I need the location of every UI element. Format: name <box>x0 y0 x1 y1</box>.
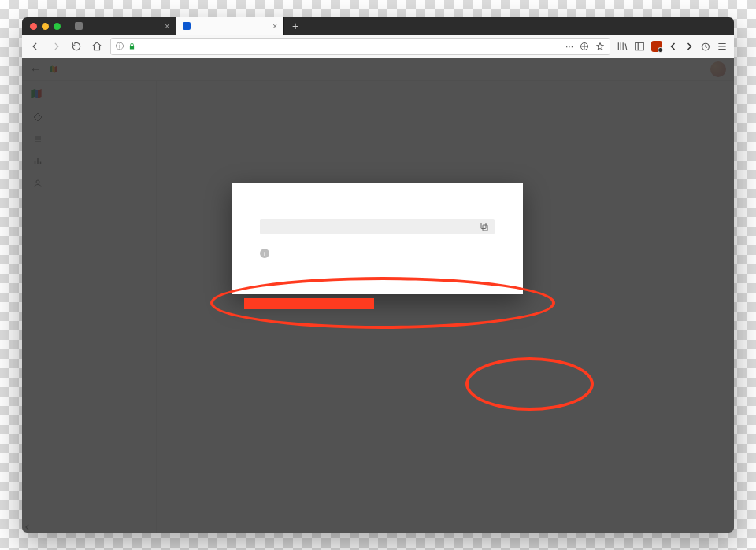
browser-window: × × + ⓘ ··· <box>22 17 734 533</box>
close-window-button[interactable] <box>30 23 37 30</box>
site-info-icon[interactable]: ⓘ <box>116 41 124 52</box>
tab-maps-api-console[interactable]: × <box>176 17 284 35</box>
new-tab-button[interactable]: + <box>287 19 303 33</box>
svg-rect-5 <box>481 223 486 229</box>
devtools-forward-icon[interactable] <box>684 42 694 51</box>
page-actions-icon[interactable]: ··· <box>565 41 573 52</box>
api-key-field[interactable] <box>260 219 495 234</box>
forward-button[interactable] <box>49 39 63 54</box>
arrow-right-icon <box>50 41 61 52</box>
tab-get-api-key[interactable]: × <box>69 17 176 35</box>
window-controls <box>22 23 69 30</box>
back-button[interactable] <box>28 39 43 54</box>
info-icon: i <box>260 249 269 258</box>
toolbar: ⓘ ··· <box>22 35 734 59</box>
address-bar-actions: ··· <box>565 41 605 52</box>
copy-api-key-button[interactable] <box>479 221 490 232</box>
svg-rect-4 <box>483 225 487 231</box>
ublock-icon[interactable] <box>651 41 662 52</box>
arrow-left-icon <box>30 41 41 52</box>
svg-rect-1 <box>636 42 644 50</box>
bookmark-star-icon[interactable] <box>595 42 605 51</box>
browser-actions <box>617 41 728 52</box>
home-icon <box>91 41 102 52</box>
enable-maps-dialog: i <box>232 183 523 294</box>
reload-button[interactable] <box>69 39 83 54</box>
close-tab-icon[interactable]: × <box>165 22 169 31</box>
zoom-window-button[interactable] <box>54 23 61 30</box>
home-button[interactable] <box>90 39 104 54</box>
close-tab-icon[interactable]: × <box>272 22 277 31</box>
reader-mode-icon[interactable] <box>580 42 589 51</box>
security-tip: i <box>260 249 495 258</box>
copy-icon <box>480 222 489 231</box>
library-icon[interactable] <box>617 41 628 52</box>
devtools-back-icon[interactable] <box>669 42 678 51</box>
lock-icon <box>128 42 135 50</box>
tab-strip: × × + <box>22 17 734 35</box>
sidebar-toggle-icon[interactable] <box>634 41 645 52</box>
address-bar[interactable]: ⓘ ··· <box>110 38 610 55</box>
favicon <box>183 22 191 30</box>
favicon <box>75 22 83 30</box>
reload-icon <box>71 41 82 52</box>
minimize-window-button[interactable] <box>42 23 49 30</box>
history-icon[interactable] <box>700 42 710 52</box>
menu-icon[interactable] <box>717 41 728 52</box>
modal-overlay <box>22 58 734 533</box>
